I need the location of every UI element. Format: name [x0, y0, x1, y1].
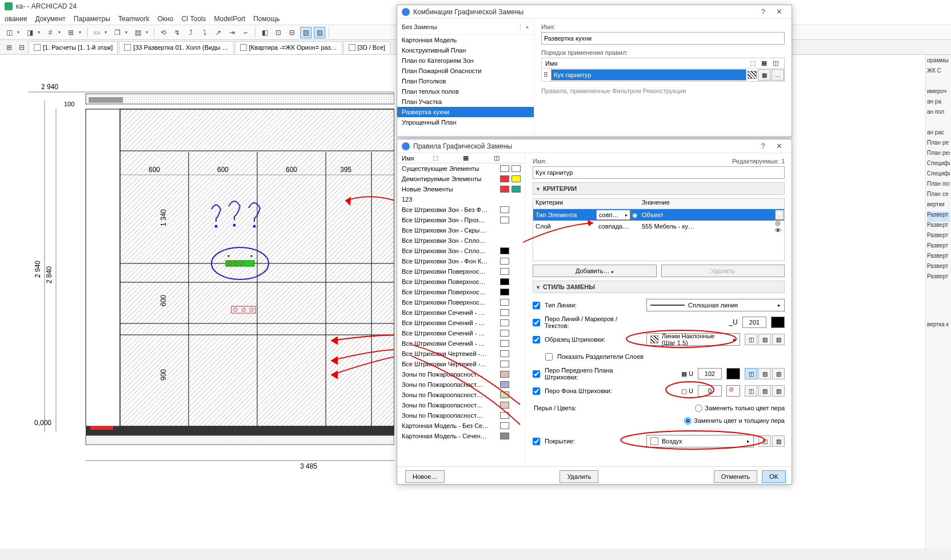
eye-icon[interactable]: ◎👁: [775, 219, 781, 234]
menu-item[interactable]: Помощь: [253, 15, 279, 23]
menu-item[interactable]: Teamwork: [118, 15, 150, 23]
combo-name-input[interactable]: [541, 32, 785, 45]
close-icon[interactable]: ✕: [771, 142, 787, 150]
drag-handle-icon[interactable]: ⠿: [542, 71, 550, 79]
bg-mode-btn[interactable]: ◫: [745, 385, 757, 397]
combo-list-item[interactable]: Упрощенный План: [397, 117, 534, 127]
criteria-row[interactable]: Слой совпада… 555 Мебель - ку… ◎👁: [533, 221, 784, 232]
rule-list-item[interactable]: Все Штриховки Зон - Спло…: [397, 246, 525, 256]
rule-list-item[interactable]: Все Штриховки Сечений - …: [397, 318, 525, 328]
rule-list-item[interactable]: Зоны по Пожароопасност…: [397, 390, 525, 400]
combo-list-item[interactable]: План Участка: [397, 97, 534, 107]
splitter-icon[interactable]: ⋮: [518, 24, 523, 30]
menu-item[interactable]: Окно: [157, 15, 173, 23]
fg-mode-btn[interactable]: ▨: [758, 368, 771, 379]
rule-list-item[interactable]: Все Штриховки Зон - Без Ф…: [397, 205, 525, 215]
rule-name-input[interactable]: [533, 166, 785, 179]
rule-list-item[interactable]: Все Штриховки Поверхнос…: [397, 297, 525, 307]
close-icon[interactable]: ✕: [771, 7, 787, 16]
rule-list-item[interactable]: Все Штриховки Сечений - …: [397, 307, 525, 318]
delete-criteria-button[interactable]: Удалить: [661, 265, 785, 277]
criteria-row[interactable]: Тип Элемента совп…▸ ◉ Объект ▸: [533, 209, 784, 221]
bg-pen-input[interactable]: [698, 385, 722, 397]
value-dropdown[interactable]: ▸: [775, 210, 784, 220]
tab-next-icon[interactable]: ⊟: [16, 42, 27, 53]
tool-j-icon[interactable]: ⊟: [286, 27, 298, 38]
bg-pen-check[interactable]: [533, 387, 540, 395]
bg-color-swatch[interactable]: ⊘: [726, 385, 740, 397]
cov-mode-btn[interactable]: ▨: [772, 435, 785, 447]
fg-pen-input[interactable]: [698, 368, 722, 379]
view-tab[interactable]: [3D / Все]: [343, 41, 390, 54]
line-type-check[interactable]: [533, 302, 540, 309]
tool-h-icon[interactable]: ◧: [259, 27, 270, 38]
tool-snap-icon[interactable]: ◫: [3, 27, 15, 38]
view-tab[interactable]: [33 Развертка 01. Холл (Виды …: [119, 41, 233, 54]
no-override-label[interactable]: Без Замены: [402, 23, 437, 30]
cancel-button[interactable]: Отменить: [714, 470, 757, 483]
rule-item[interactable]: Кух гарнитур: [551, 69, 746, 81]
layer-sep-check[interactable]: [545, 353, 553, 361]
hatch-check[interactable]: [533, 336, 540, 343]
rule-list-item[interactable]: Зоны по Пожароопасност…: [397, 410, 525, 421]
combo-list-item[interactable]: План теплых полов: [397, 86, 534, 97]
tool-a-icon[interactable]: ⟲: [158, 27, 169, 38]
menu-item[interactable]: Документ: [35, 15, 66, 23]
rule-list-item[interactable]: Все Штриховки Поверхнос…: [397, 266, 525, 277]
rule-list-item[interactable]: Все Штриховки Чертежей -…: [397, 349, 525, 359]
rule-list-item[interactable]: Картонная Модель - Сечен…: [397, 431, 525, 441]
help-button[interactable]: ?: [755, 7, 771, 16]
tool-i-icon[interactable]: ⊡: [273, 27, 284, 38]
fg-mode-btn[interactable]: ◫: [745, 368, 757, 379]
combo-list-item[interactable]: План Пожарной Опасности: [397, 66, 534, 76]
tool-grid2-icon[interactable]: ⊞: [65, 27, 77, 38]
bg-mode-btn[interactable]: ▨: [758, 385, 771, 397]
rule-list-item[interactable]: Все Штриховки Чертежей -…: [397, 359, 525, 369]
tool-g-icon[interactable]: ⌐: [240, 27, 251, 38]
coverage-check[interactable]: [533, 438, 540, 445]
view-tab[interactable]: [Квартира -=ЖК Орион= раз…: [235, 41, 342, 54]
rule-list-item[interactable]: Все Штриховки Зон - Проз…: [397, 215, 525, 225]
combo-list-item[interactable]: Картонная Модель: [397, 35, 534, 45]
coverage-combo[interactable]: Воздух▸: [646, 435, 754, 447]
rule-list-item[interactable]: 123: [397, 194, 525, 205]
help-button[interactable]: ?: [755, 142, 771, 150]
add-criteria-button[interactable]: Добавить… ▸: [533, 265, 657, 277]
fg-pen-check[interactable]: [533, 370, 540, 378]
rule-list-item[interactable]: Все Штриховки Зон - Скры…: [397, 225, 525, 235]
rule-list-item[interactable]: Новые Элементы: [397, 184, 525, 194]
tool-f-icon[interactable]: ⇥: [226, 27, 238, 38]
hatch-combo[interactable]: Линии Наклонные (Шаг 1.5)▸: [646, 333, 740, 346]
ok-button[interactable]: OK: [762, 470, 786, 483]
tool-b-icon[interactable]: ↯: [171, 27, 183, 38]
combo-list-item[interactable]: План Потолков: [397, 76, 534, 86]
rule-list-item[interactable]: Существующие Элементы: [397, 163, 525, 174]
menu-item[interactable]: ование: [5, 15, 27, 23]
rule-list-item[interactable]: Все Штриховки Зон - Фон К…: [397, 256, 525, 266]
rule-list-item[interactable]: Зоны по Пожароопасност…: [397, 379, 525, 390]
menu-item[interactable]: Параметры: [74, 15, 110, 23]
tool-l-icon[interactable]: ▨: [314, 27, 325, 38]
tool-k-icon[interactable]: ▧: [300, 27, 311, 38]
line-type-combo[interactable]: Сплошная линия▸: [646, 299, 785, 311]
tool-layers-icon[interactable]: ❐: [111, 27, 123, 38]
pen-color-weight-radio[interactable]: Заменить цвет и толщину пера: [684, 417, 785, 425]
pen-color-swatch[interactable]: [771, 317, 785, 328]
combo-list-item[interactable]: Конструктивный План: [397, 45, 534, 55]
tool-e-icon[interactable]: ↗: [213, 27, 224, 38]
delete-rule-button[interactable]: Удалить: [560, 470, 598, 483]
tool-grid-icon[interactable]: #: [45, 27, 56, 38]
rule-list-item[interactable]: Все Штриховки Зон - Спло…: [397, 235, 525, 246]
tool-c-icon[interactable]: ⤴: [185, 27, 197, 38]
combo-list[interactable]: Картонная МодельКонструктивный ПланПлан …: [397, 35, 534, 137]
fg-color-swatch[interactable]: [726, 368, 740, 379]
rule-list-item[interactable]: Зоны по Пожароопасност…: [397, 369, 525, 379]
operator-dropdown[interactable]: совп…▸: [596, 210, 630, 220]
rules-list[interactable]: Существующие ЭлементыДемонтируемые Элеме…: [397, 163, 525, 466]
rule-list-item[interactable]: Все Штриховки Поверхнос…: [397, 277, 525, 287]
tool-doc-icon[interactable]: ▤: [132, 27, 143, 38]
rule-list-item[interactable]: Картонная Модель - Без Се…: [397, 421, 525, 431]
tool-d-icon[interactable]: ⤵: [199, 27, 210, 38]
line-pen-check[interactable]: [533, 319, 540, 326]
hatch-mode-btn[interactable]: ▧: [772, 334, 785, 345]
